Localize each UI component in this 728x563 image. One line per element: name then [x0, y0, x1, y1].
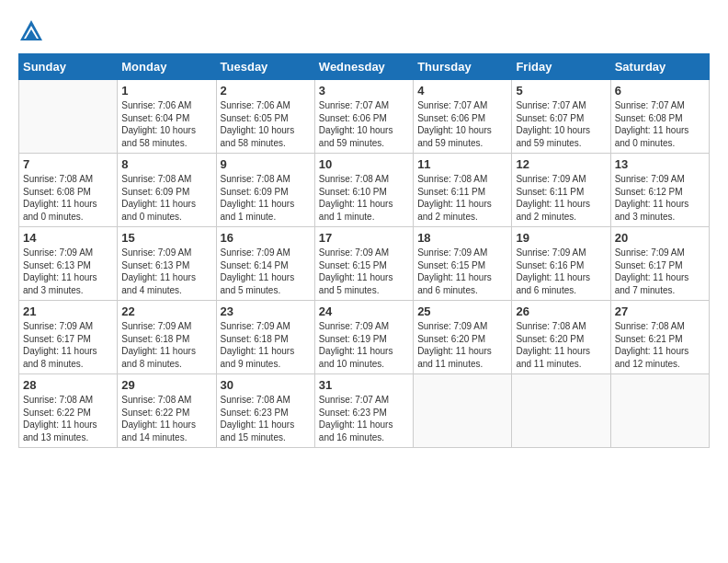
weekday-header-saturday: Saturday — [610, 54, 709, 80]
calendar-cell: 7Sunrise: 7:08 AM Sunset: 6:08 PM Daylig… — [19, 154, 118, 227]
day-number: 17 — [319, 231, 409, 245]
day-number: 5 — [516, 84, 606, 98]
day-number: 23 — [221, 304, 311, 318]
day-number: 14 — [23, 231, 113, 245]
day-number: 29 — [121, 378, 211, 392]
calendar-cell: 10Sunrise: 7:08 AM Sunset: 6:10 PM Dayli… — [314, 154, 413, 227]
calendar-week-4: 21Sunrise: 7:09 AM Sunset: 6:17 PM Dayli… — [19, 301, 710, 374]
day-number: 11 — [417, 157, 507, 171]
weekday-header-thursday: Thursday — [414, 54, 512, 80]
day-info: Sunrise: 7:08 AM Sunset: 6:11 PM Dayligh… — [417, 173, 507, 223]
day-info: Sunrise: 7:08 AM Sunset: 6:23 PM Dayligh… — [221, 394, 311, 443]
day-number: 1 — [121, 84, 211, 98]
day-number: 20 — [615, 231, 705, 245]
calendar-cell: 31Sunrise: 7:07 AM Sunset: 6:23 PM Dayli… — [314, 374, 413, 448]
day-number: 7 — [23, 157, 113, 171]
day-number: 24 — [319, 304, 409, 318]
day-info: Sunrise: 7:07 AM Sunset: 6:06 PM Dayligh… — [417, 99, 507, 149]
calendar-cell: 26Sunrise: 7:08 AM Sunset: 6:20 PM Dayli… — [512, 301, 610, 374]
day-info: Sunrise: 7:08 AM Sunset: 6:20 PM Dayligh… — [516, 320, 606, 370]
weekday-header-sunday: Sunday — [19, 54, 118, 80]
calendar-cell: 19Sunrise: 7:09 AM Sunset: 6:16 PM Dayli… — [512, 227, 610, 301]
calendar-cell: 15Sunrise: 7:09 AM Sunset: 6:13 PM Dayli… — [118, 227, 216, 301]
day-info: Sunrise: 7:07 AM Sunset: 6:06 PM Dayligh… — [319, 99, 409, 149]
day-number: 27 — [615, 304, 705, 318]
day-number: 22 — [121, 304, 211, 318]
calendar-cell — [414, 374, 512, 448]
day-number: 9 — [221, 157, 311, 171]
calendar-cell: 27Sunrise: 7:08 AM Sunset: 6:21 PM Dayli… — [610, 301, 709, 374]
calendar-week-1: 1Sunrise: 7:06 AM Sunset: 6:04 PM Daylig… — [19, 80, 710, 154]
calendar-week-3: 14Sunrise: 7:09 AM Sunset: 6:13 PM Dayli… — [19, 227, 710, 301]
calendar-cell: 24Sunrise: 7:09 AM Sunset: 6:19 PM Dayli… — [314, 301, 413, 374]
calendar-week-5: 28Sunrise: 7:08 AM Sunset: 6:22 PM Dayli… — [19, 374, 710, 448]
day-info: Sunrise: 7:08 AM Sunset: 6:09 PM Dayligh… — [221, 173, 311, 223]
day-number: 19 — [516, 231, 606, 245]
calendar-cell: 12Sunrise: 7:09 AM Sunset: 6:11 PM Dayli… — [512, 154, 610, 227]
calendar-cell: 16Sunrise: 7:09 AM Sunset: 6:14 PM Dayli… — [216, 227, 314, 301]
logo-icon — [18, 18, 44, 44]
day-info: Sunrise: 7:09 AM Sunset: 6:20 PM Dayligh… — [417, 320, 507, 370]
day-info: Sunrise: 7:07 AM Sunset: 6:23 PM Dayligh… — [319, 394, 409, 443]
calendar-cell: 11Sunrise: 7:08 AM Sunset: 6:11 PM Dayli… — [414, 154, 512, 227]
weekday-header-friday: Friday — [512, 54, 610, 80]
day-number: 26 — [516, 304, 606, 318]
day-info: Sunrise: 7:08 AM Sunset: 6:08 PM Dayligh… — [23, 173, 113, 223]
day-info: Sunrise: 7:09 AM Sunset: 6:15 PM Dayligh… — [319, 247, 409, 296]
calendar-cell: 9Sunrise: 7:08 AM Sunset: 6:09 PM Daylig… — [216, 154, 314, 227]
weekday-header-tuesday: Tuesday — [216, 54, 314, 80]
day-info: Sunrise: 7:06 AM Sunset: 6:04 PM Dayligh… — [121, 99, 211, 149]
day-number: 15 — [121, 231, 211, 245]
day-info: Sunrise: 7:09 AM Sunset: 6:17 PM Dayligh… — [23, 320, 113, 370]
calendar-cell: 8Sunrise: 7:08 AM Sunset: 6:09 PM Daylig… — [118, 154, 216, 227]
day-number: 8 — [121, 157, 211, 171]
day-number: 13 — [615, 157, 705, 171]
day-number: 30 — [221, 378, 311, 392]
calendar-cell: 22Sunrise: 7:09 AM Sunset: 6:18 PM Dayli… — [118, 301, 216, 374]
day-number: 3 — [319, 84, 409, 98]
weekday-header-wednesday: Wednesday — [314, 54, 413, 80]
day-info: Sunrise: 7:09 AM Sunset: 6:15 PM Dayligh… — [417, 247, 507, 296]
calendar-cell: 25Sunrise: 7:09 AM Sunset: 6:20 PM Dayli… — [414, 301, 512, 374]
day-number: 18 — [417, 231, 507, 245]
day-info: Sunrise: 7:06 AM Sunset: 6:05 PM Dayligh… — [221, 99, 311, 149]
calendar-cell: 14Sunrise: 7:09 AM Sunset: 6:13 PM Dayli… — [19, 227, 118, 301]
calendar-cell: 20Sunrise: 7:09 AM Sunset: 6:17 PM Dayli… — [610, 227, 709, 301]
day-info: Sunrise: 7:09 AM Sunset: 6:18 PM Dayligh… — [121, 320, 211, 370]
calendar-cell: 18Sunrise: 7:09 AM Sunset: 6:15 PM Dayli… — [414, 227, 512, 301]
calendar-cell: 4Sunrise: 7:07 AM Sunset: 6:06 PM Daylig… — [414, 80, 512, 154]
day-info: Sunrise: 7:09 AM Sunset: 6:13 PM Dayligh… — [121, 247, 211, 296]
calendar-cell — [610, 374, 709, 448]
logo — [18, 18, 48, 44]
day-info: Sunrise: 7:09 AM Sunset: 6:13 PM Dayligh… — [23, 247, 113, 296]
day-info: Sunrise: 7:08 AM Sunset: 6:21 PM Dayligh… — [615, 320, 705, 370]
day-number: 21 — [23, 304, 113, 318]
day-info: Sunrise: 7:09 AM Sunset: 6:16 PM Dayligh… — [516, 247, 606, 296]
calendar-cell — [512, 374, 610, 448]
calendar-cell: 13Sunrise: 7:09 AM Sunset: 6:12 PM Dayli… — [610, 154, 709, 227]
calendar-cell: 28Sunrise: 7:08 AM Sunset: 6:22 PM Dayli… — [19, 374, 118, 448]
day-info: Sunrise: 7:09 AM Sunset: 6:18 PM Dayligh… — [221, 320, 311, 370]
calendar-cell: 2Sunrise: 7:06 AM Sunset: 6:05 PM Daylig… — [216, 80, 314, 154]
calendar-table: SundayMondayTuesdayWednesdayThursdayFrid… — [18, 53, 710, 448]
calendar-cell: 5Sunrise: 7:07 AM Sunset: 6:07 PM Daylig… — [512, 80, 610, 154]
day-number: 2 — [221, 84, 311, 98]
day-number: 16 — [221, 231, 311, 245]
calendar-cell: 23Sunrise: 7:09 AM Sunset: 6:18 PM Dayli… — [216, 301, 314, 374]
day-number: 28 — [23, 378, 113, 392]
day-info: Sunrise: 7:07 AM Sunset: 6:08 PM Dayligh… — [615, 99, 705, 149]
day-number: 6 — [615, 84, 705, 98]
calendar-cell: 1Sunrise: 7:06 AM Sunset: 6:04 PM Daylig… — [118, 80, 216, 154]
day-info: Sunrise: 7:07 AM Sunset: 6:07 PM Dayligh… — [516, 99, 606, 149]
day-info: Sunrise: 7:09 AM Sunset: 6:17 PM Dayligh… — [615, 247, 705, 296]
day-info: Sunrise: 7:09 AM Sunset: 6:11 PM Dayligh… — [516, 173, 606, 223]
day-info: Sunrise: 7:09 AM Sunset: 6:14 PM Dayligh… — [221, 247, 311, 296]
day-info: Sunrise: 7:08 AM Sunset: 6:22 PM Dayligh… — [121, 394, 211, 443]
day-info: Sunrise: 7:08 AM Sunset: 6:09 PM Dayligh… — [121, 173, 211, 223]
calendar-cell: 29Sunrise: 7:08 AM Sunset: 6:22 PM Dayli… — [118, 374, 216, 448]
calendar-cell: 3Sunrise: 7:07 AM Sunset: 6:06 PM Daylig… — [314, 80, 413, 154]
page-header — [18, 18, 710, 44]
calendar-week-2: 7Sunrise: 7:08 AM Sunset: 6:08 PM Daylig… — [19, 154, 710, 227]
day-number: 31 — [319, 378, 409, 392]
weekday-header-monday: Monday — [118, 54, 216, 80]
